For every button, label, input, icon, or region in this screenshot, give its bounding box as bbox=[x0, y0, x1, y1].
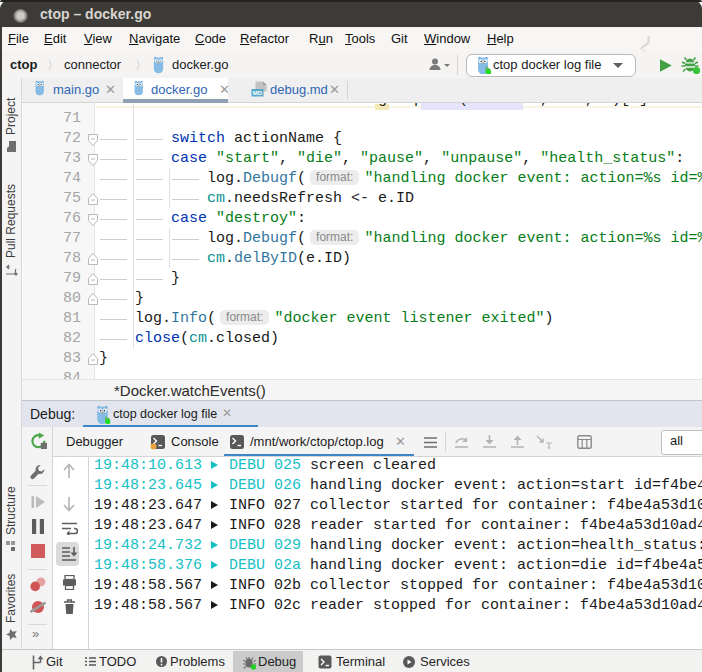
svg-text:MD: MD bbox=[253, 90, 263, 96]
